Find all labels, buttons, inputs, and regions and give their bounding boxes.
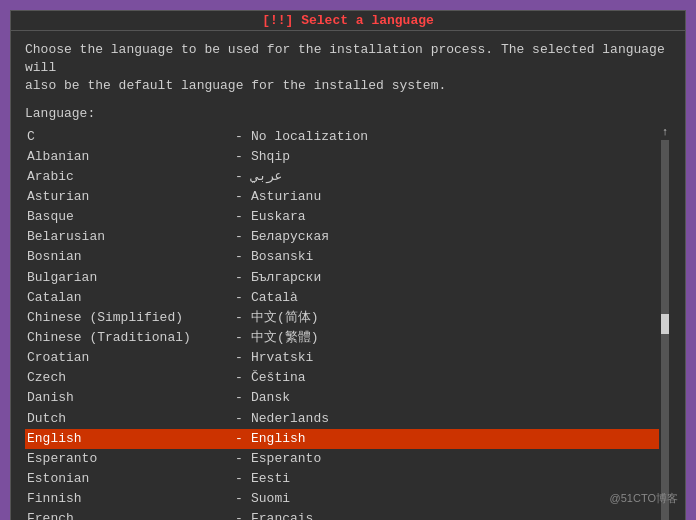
language-label: Language: <box>25 106 671 121</box>
lang-native: Беларуская <box>251 227 329 247</box>
lang-name: English <box>27 429 227 449</box>
lang-name: Albanian <box>27 147 227 167</box>
title-bar: [!!] Select a language <box>11 11 685 31</box>
lang-name: Danish <box>27 388 227 408</box>
language-row[interactable]: Estonian-Eesti <box>25 469 659 489</box>
language-row[interactable]: French-Français <box>25 509 659 520</box>
lang-dash: - <box>227 409 251 429</box>
language-list[interactable]: C-No localizationAlbanian-ShqipArabic-عر… <box>25 127 659 520</box>
watermark: @51CTO博客 <box>610 491 678 506</box>
lang-native: 中文(简体) <box>251 308 319 328</box>
lang-native: Català <box>251 288 298 308</box>
lang-dash: - <box>227 368 251 388</box>
lang-name: Dutch <box>27 409 227 429</box>
content-area: Choose the language to be used for the i… <box>11 31 685 520</box>
lang-native: عربي <box>251 167 282 187</box>
lang-name: Esperanto <box>27 449 227 469</box>
lang-name: Finnish <box>27 489 227 509</box>
lang-native: Eesti <box>251 469 290 489</box>
description: Choose the language to be used for the i… <box>25 41 671 96</box>
lang-native: Nederlands <box>251 409 329 429</box>
lang-native: Shqip <box>251 147 290 167</box>
lang-dash: - <box>227 429 251 449</box>
lang-name: Bosnian <box>27 247 227 267</box>
language-row[interactable]: C-No localization <box>25 127 659 147</box>
lang-name: Belarusian <box>27 227 227 247</box>
lang-dash: - <box>227 187 251 207</box>
lang-dash: - <box>227 489 251 509</box>
scroll-track[interactable] <box>661 140 669 520</box>
lang-dash: - <box>227 207 251 227</box>
lang-native: Euskara <box>251 207 306 227</box>
scroll-thumb[interactable] <box>661 314 669 334</box>
lang-native: Hrvatski <box>251 348 313 368</box>
description-line1: Choose the language to be used for the i… <box>25 41 671 77</box>
lang-dash: - <box>227 388 251 408</box>
lang-native: Asturianu <box>251 187 321 207</box>
lang-dash: - <box>227 509 251 520</box>
scroll-up-icon[interactable]: ↑ <box>662 127 669 138</box>
lang-name: Chinese (Traditional) <box>27 328 227 348</box>
lang-dash: - <box>227 328 251 348</box>
language-row[interactable]: Chinese (Traditional)-中文(繁體) <box>25 328 659 348</box>
lang-native: Български <box>251 268 321 288</box>
language-row[interactable]: Esperanto-Esperanto <box>25 449 659 469</box>
lang-name: Arabic <box>27 167 227 187</box>
lang-dash: - <box>227 268 251 288</box>
lang-name: Chinese (Simplified) <box>27 308 227 328</box>
lang-dash: - <box>227 167 251 187</box>
lang-native: Čeština <box>251 368 306 388</box>
lang-name: C <box>27 127 227 147</box>
lang-native: English <box>251 429 306 449</box>
scrollbar[interactable]: ↑ ↓ <box>659 127 671 520</box>
lang-name: Basque <box>27 207 227 227</box>
lang-dash: - <box>227 288 251 308</box>
lang-native: Suomi <box>251 489 290 509</box>
language-row[interactable]: Finnish-Suomi <box>25 489 659 509</box>
language-row[interactable]: Croatian-Hrvatski <box>25 348 659 368</box>
language-row[interactable]: Chinese (Simplified)-中文(简体) <box>25 308 659 328</box>
language-row[interactable]: Asturian-Asturianu <box>25 187 659 207</box>
lang-dash: - <box>227 247 251 267</box>
main-window: [!!] Select a language Choose the langua… <box>10 10 686 520</box>
lang-dash: - <box>227 449 251 469</box>
lang-name: Estonian <box>27 469 227 489</box>
language-row[interactable]: Dutch-Nederlands <box>25 409 659 429</box>
title-text: [!!] Select a language <box>262 13 434 28</box>
lang-dash: - <box>227 147 251 167</box>
lang-native: No localization <box>251 127 368 147</box>
lang-native: Esperanto <box>251 449 321 469</box>
language-row[interactable]: Arabic-عربي <box>25 167 659 187</box>
language-row[interactable]: Danish-Dansk <box>25 388 659 408</box>
language-row[interactable]: Bulgarian-Български <box>25 268 659 288</box>
lang-name: Catalan <box>27 288 227 308</box>
lang-name: Bulgarian <box>27 268 227 288</box>
description-line2: also be the default language for the ins… <box>25 77 671 95</box>
lang-native: Dansk <box>251 388 290 408</box>
lang-native: Bosanski <box>251 247 313 267</box>
language-row[interactable]: Albanian-Shqip <box>25 147 659 167</box>
lang-dash: - <box>227 348 251 368</box>
lang-name: French <box>27 509 227 520</box>
language-row[interactable]: Bosnian-Bosanski <box>25 247 659 267</box>
language-row[interactable]: Catalan-Català <box>25 288 659 308</box>
language-row[interactable]: Basque-Euskara <box>25 207 659 227</box>
lang-name: Asturian <box>27 187 227 207</box>
lang-native: 中文(繁體) <box>251 328 319 348</box>
language-row[interactable]: English-English <box>25 429 659 449</box>
lang-name: Czech <box>27 368 227 388</box>
list-container: C-No localizationAlbanian-ShqipArabic-عر… <box>25 127 671 520</box>
language-row[interactable]: Belarusian-Беларуская <box>25 227 659 247</box>
lang-name: Croatian <box>27 348 227 368</box>
lang-dash: - <box>227 469 251 489</box>
lang-native: Français <box>251 509 313 520</box>
language-row[interactable]: Czech-Čeština <box>25 368 659 388</box>
lang-dash: - <box>227 308 251 328</box>
lang-dash: - <box>227 227 251 247</box>
lang-dash: - <box>227 127 251 147</box>
